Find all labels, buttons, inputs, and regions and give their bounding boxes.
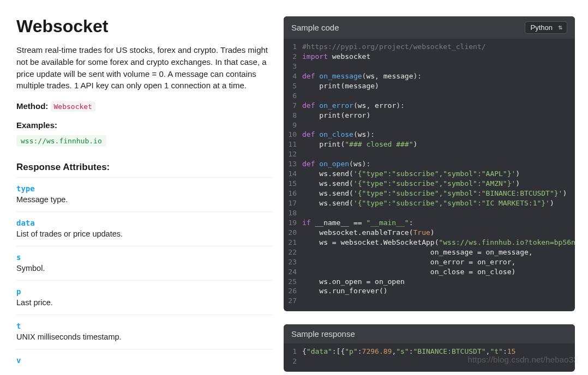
sample-code-panel: Sample code Python ⇅ 1#https://pypi.org/… — [284, 16, 575, 311]
response-attrs-label: Response Attributes: — [16, 162, 273, 173]
response-attrs-list: typeMessage type.dataList of trades or p… — [16, 177, 273, 374]
language-select[interactable]: Python ⇅ — [525, 21, 567, 34]
attr-name: p — [16, 287, 273, 296]
example-url[interactable]: wss://ws.finnhub.io — [16, 135, 106, 147]
language-value: Python — [531, 23, 553, 32]
attr-name: t — [16, 322, 273, 330]
code-body[interactable]: 1#https://pypi.org/project/websocket_cli… — [284, 39, 575, 311]
chevron-updown-icon: ⇅ — [558, 25, 562, 31]
method-label: Method: — [16, 101, 48, 111]
attr-name: type — [16, 184, 273, 193]
code-body[interactable]: 1{"data":[{"p":7296.89,"s":"BINANCE:BTCU… — [284, 343, 575, 372]
description: Stream real-time trades for US stocks, f… — [16, 44, 273, 92]
doc-column: Websocket Stream real-time trades for US… — [0, 0, 284, 375]
attr-desc: UNIX milliseconds timestamp. — [16, 332, 273, 341]
page-title: Websocket — [16, 16, 273, 37]
method-pill: Websocket — [51, 101, 95, 112]
attr-row: sSymbol. — [16, 246, 273, 280]
attr-name: data — [16, 219, 273, 227]
panel-header: Sample response — [284, 324, 575, 343]
sample-response-title: Sample response — [291, 329, 355, 338]
attr-row: pLast price. — [16, 280, 273, 314]
sample-response-panel: Sample response 1{"data":[{"p":7296.89,"… — [284, 324, 575, 372]
sample-code-title: Sample code — [291, 23, 339, 32]
examples-label: Examples: — [16, 120, 273, 130]
attr-row: tUNIX milliseconds timestamp. — [16, 314, 273, 349]
attr-desc: List of trades or price updates. — [16, 229, 273, 238]
attr-desc: Message type. — [16, 195, 273, 204]
panel-header: Sample code Python ⇅ — [284, 16, 575, 39]
method-row: Method: Websocket — [16, 101, 273, 112]
attr-desc: Last price. — [16, 298, 273, 307]
attr-name: v — [16, 356, 273, 365]
attr-row: dataList of trades or price updates. — [16, 211, 273, 246]
code-column: Sample code Python ⇅ 1#https://pypi.org/… — [284, 0, 588, 375]
attr-row: v — [16, 349, 273, 374]
attr-row: typeMessage type. — [16, 177, 273, 211]
attr-desc: Symbol. — [16, 264, 273, 273]
attr-name: s — [16, 253, 273, 262]
